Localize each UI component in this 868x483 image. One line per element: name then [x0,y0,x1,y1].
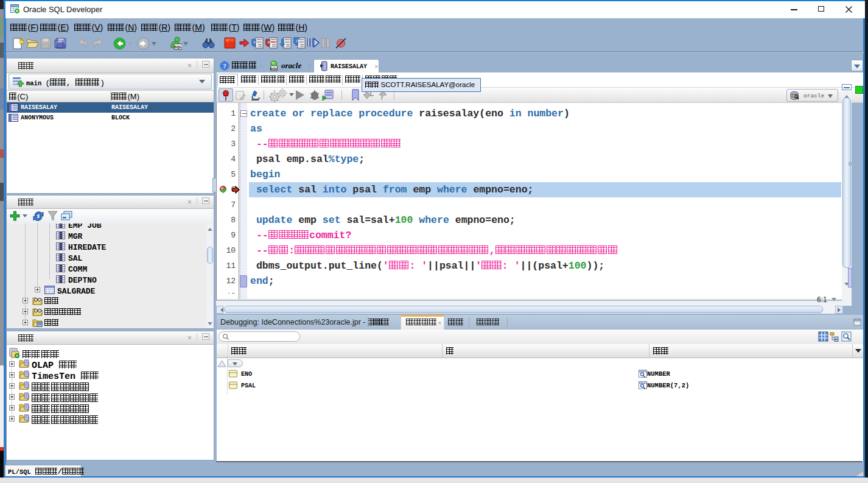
svg-text:?: ? [223,62,226,69]
svg-text:SOL: SOL [270,67,278,71]
svg-text:SQL: SQL [174,45,182,49]
